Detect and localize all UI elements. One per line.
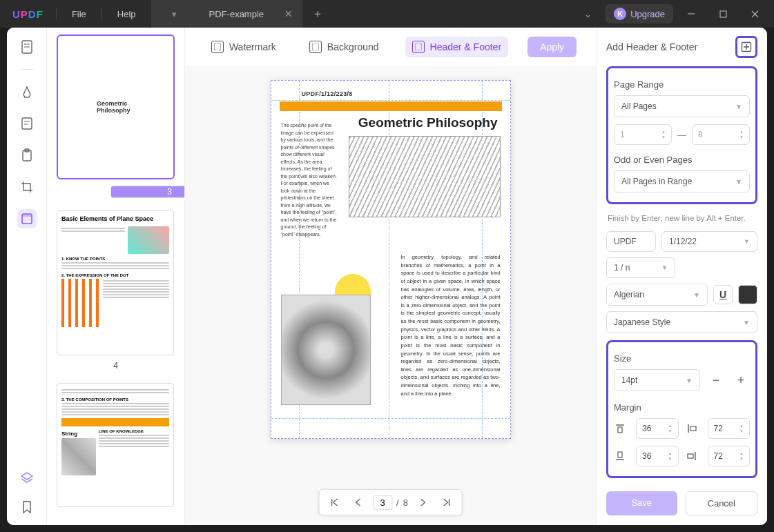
thumbnail-label-4: 4 xyxy=(57,361,175,371)
save-template-button[interactable] xyxy=(735,36,757,58)
menu-file[interactable]: File xyxy=(57,9,101,19)
svg-rect-7 xyxy=(22,118,32,129)
minimize-button[interactable] xyxy=(677,3,705,25)
brand-text-select[interactable]: UPDF xyxy=(606,231,656,252)
range-from-input[interactable]: 1▲▼ xyxy=(614,124,672,145)
cancel-button[interactable]: Cancel xyxy=(686,491,758,515)
chevron-down-icon: ▼ xyxy=(735,178,742,186)
tab-close-icon[interactable]: ✕ xyxy=(284,8,293,19)
margin-top-input[interactable]: 36▲▼ xyxy=(636,418,679,439)
last-page-button[interactable] xyxy=(438,494,455,511)
margin-left-input[interactable]: 72▲▼ xyxy=(708,418,751,439)
titlebar-chevron-icon[interactable]: ⌄ xyxy=(574,9,601,19)
page-format-select[interactable]: 1 / n▼ xyxy=(606,257,675,278)
save-button[interactable]: Save xyxy=(606,491,677,515)
background-icon xyxy=(309,41,322,53)
page-range-group: Page Range All Pages▼ 1▲▼ — 8▲▼ Odd or E… xyxy=(606,66,757,204)
tab-title: PDF-example xyxy=(209,9,264,19)
settings-panel: Add Header & Footer Page Range All Pages… xyxy=(596,28,767,525)
margin-bottom-input[interactable]: 36▲▼ xyxy=(636,446,679,466)
header-footer-tab-icon xyxy=(412,41,425,53)
size-increase-button[interactable]: + xyxy=(732,371,750,389)
margin-top-icon xyxy=(614,422,626,435)
size-decrease-button[interactable]: − xyxy=(707,371,725,389)
app-window: Geometric Philosophy 3 Basic Elements of… xyxy=(7,28,767,525)
margin-right-input[interactable]: 72▲▼ xyxy=(708,446,751,466)
thumbnail-page-3[interactable]: Geometric Philosophy xyxy=(57,35,175,179)
odd-even-label: Odd or Even Pages xyxy=(614,155,750,165)
margin-label: Margin xyxy=(614,402,750,413)
svg-rect-21 xyxy=(618,452,622,457)
new-tab-button[interactable]: ＋ xyxy=(302,7,333,21)
layers-icon[interactable] xyxy=(17,469,37,488)
chevron-down-icon: ▼ xyxy=(661,264,668,271)
apply-button[interactable]: Apply xyxy=(528,37,577,57)
svg-rect-18 xyxy=(618,427,622,433)
margin-bottom-icon xyxy=(614,450,626,462)
date-select[interactable]: 1/12/22▼ xyxy=(661,231,757,252)
thumbnail-page-5[interactable]: 3. THE COMPOSITION OF POINTS StringLINE … xyxy=(57,383,174,507)
highlight-icon[interactable] xyxy=(17,82,37,101)
page-title: Geometric Philosophy xyxy=(358,115,498,130)
watermark-button[interactable]: Watermark xyxy=(204,37,283,57)
close-button[interactable] xyxy=(741,3,768,25)
thumbnail-panel: Geometric Philosophy 3 Basic Elements of… xyxy=(47,28,185,525)
page-hero-image xyxy=(349,136,501,217)
canvas-area: Watermark Background Header & Footer App… xyxy=(185,28,596,525)
page-range-select[interactable]: All Pages▼ xyxy=(614,95,750,117)
tool-topbar: Watermark Background Header & Footer App… xyxy=(185,28,596,66)
panel-title: Add Header & Footer xyxy=(606,41,728,52)
app-logo: UPDF xyxy=(0,8,56,20)
chevron-down-icon: ▼ xyxy=(735,103,742,110)
document-tab[interactable]: ▾ PDF-example ✕ xyxy=(151,0,302,28)
margin-left-icon xyxy=(686,422,698,435)
header-footer-button[interactable]: Header & Footer xyxy=(405,37,509,57)
next-page-button[interactable] xyxy=(415,494,432,511)
page-preview[interactable]: UPDF/1/12/223/8 Geometric Philosophy The… xyxy=(271,80,511,439)
page-header-stamp: UPDF/1/12/223/8 xyxy=(302,90,353,97)
svg-rect-1 xyxy=(720,11,726,17)
thumbnail-label-3: 3 xyxy=(110,186,185,198)
page-number-input[interactable] xyxy=(373,495,392,510)
color-button[interactable] xyxy=(738,285,757,304)
bookmark-icon[interactable] xyxy=(17,497,37,517)
upgrade-button[interactable]: K Upgrade xyxy=(606,4,673,23)
margin-right-icon xyxy=(686,450,698,462)
avatar: K xyxy=(614,8,626,20)
thumbnail-page-4[interactable]: Basic Elements of Plane Space 1. KNOW TH… xyxy=(57,210,174,355)
odd-even-select[interactable]: All Pages in Range▼ xyxy=(614,170,750,193)
chevron-down-icon: ▼ xyxy=(693,291,700,299)
page-total: 8 xyxy=(403,497,408,508)
chevron-down-icon: ▼ xyxy=(686,377,693,384)
page-right-text: In geometry, topology, and related branc… xyxy=(401,253,501,397)
watermark-icon xyxy=(211,41,224,53)
first-page-button[interactable] xyxy=(326,494,342,511)
page-icon[interactable] xyxy=(17,37,37,57)
menu-help[interactable]: Help xyxy=(102,9,151,19)
left-rail xyxy=(7,28,47,525)
tab-dropdown-icon[interactable]: ▾ xyxy=(161,9,188,19)
svg-rect-13 xyxy=(22,214,32,217)
style-select[interactable]: Japanese Style▼ xyxy=(606,311,757,333)
size-label: Size xyxy=(614,353,750,364)
background-button[interactable]: Background xyxy=(302,37,386,57)
clipboard-icon[interactable] xyxy=(17,146,37,165)
input-hint: Finish by Enter; new line by Alt + Enter… xyxy=(606,210,757,231)
titlebar: UPDF File Help ▾ PDF-example ✕ ＋ ⌄ K Upg… xyxy=(0,0,774,28)
chevron-down-icon: ▼ xyxy=(744,238,750,245)
prev-page-button[interactable] xyxy=(349,494,366,511)
svg-rect-20 xyxy=(690,426,696,431)
svg-rect-23 xyxy=(688,454,693,458)
range-to-input[interactable]: 8▲▼ xyxy=(692,124,750,145)
underline-button[interactable]: U xyxy=(713,285,733,304)
chevron-down-icon: ▼ xyxy=(743,319,750,326)
font-select[interactable]: Algerian▼ xyxy=(606,284,708,306)
page-range-label: Page Range xyxy=(614,79,750,90)
text-tool-icon[interactable] xyxy=(17,114,37,133)
maximize-button[interactable] xyxy=(709,3,737,25)
size-margin-group: Size 14pt▼ − + Margin 36▲▼ 72▲▼ 36▲▼ 72▲… xyxy=(606,340,757,478)
header-footer-icon[interactable] xyxy=(17,209,37,228)
page-photo xyxy=(281,295,371,405)
font-size-select[interactable]: 14pt▼ xyxy=(614,369,700,391)
crop-icon[interactable] xyxy=(17,177,37,197)
